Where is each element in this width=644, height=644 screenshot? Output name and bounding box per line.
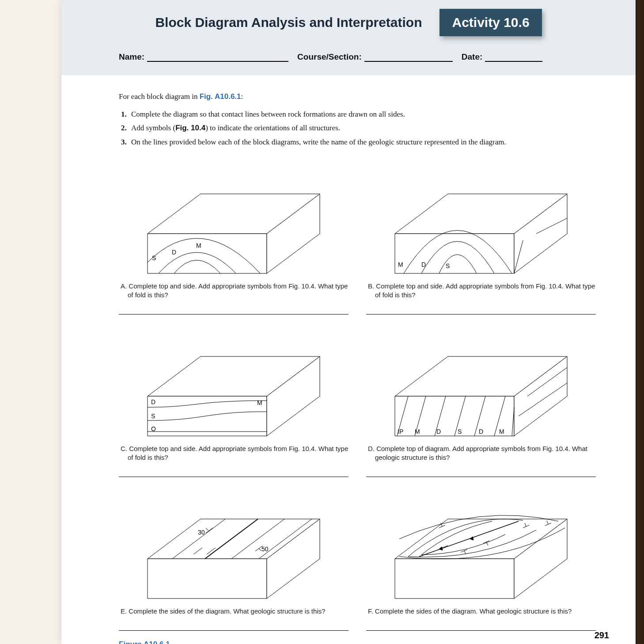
caption-F: F. Complete the sides of the diagram. Wh… <box>373 607 596 616</box>
svg-marker-13 <box>395 396 514 436</box>
caption-D: D. Complete top of diagram. Add appropri… <box>373 444 596 462</box>
book-edge <box>636 0 644 644</box>
instructions-list: Complete the diagram so that contact lin… <box>129 109 596 148</box>
caption-A: A. Complete top and side. Add appropriat… <box>126 282 349 300</box>
diagram-cell-F: F. Complete the sides of the diagram. Wh… <box>366 486 596 631</box>
course-input-line[interactable] <box>364 53 453 62</box>
instruction-2: Add symbols (Fig. 10.4) to indicate the … <box>129 122 596 134</box>
label-D: D <box>172 249 176 256</box>
intro-suffix: : <box>241 92 243 101</box>
diagram-grid: S D M A. Complete top and side. Add appr… <box>119 161 596 631</box>
block-diagram-D: IP M D S D M <box>366 323 596 438</box>
answer-line-C[interactable] <box>119 466 349 477</box>
page-number: 291 <box>595 630 609 640</box>
svg-marker-9 <box>148 396 267 436</box>
name-field[interactable]: Name: <box>119 52 288 62</box>
label-S: S <box>151 413 155 420</box>
answer-line-D[interactable] <box>366 466 596 477</box>
label-50: 50 <box>261 546 269 553</box>
label-M: M <box>196 242 201 249</box>
label-M1: M <box>415 428 420 435</box>
date-label: Date: <box>462 52 483 62</box>
page-title: Block Diagram Analysis and Interpretatio… <box>155 15 422 30</box>
course-field[interactable]: Course/Section: <box>297 52 453 62</box>
label-D: D <box>421 261 426 268</box>
label-M-right: M <box>257 399 262 406</box>
label-M: M <box>398 261 403 268</box>
diagram-cell-D: IP M D S D M D. Complete top of diagram.… <box>366 323 596 477</box>
label-S: S <box>446 262 450 269</box>
activity-badge: Activity 10.6 <box>439 9 542 36</box>
diagram-cell-A: S D M A. Complete top and side. Add appr… <box>119 161 349 314</box>
caption-B: B. Complete top and side. Add appropriat… <box>373 282 596 300</box>
label-M2: M <box>499 428 504 435</box>
intro-prefix: For each block diagram in <box>119 92 200 101</box>
answer-line-F[interactable] <box>366 620 596 631</box>
instruction-1: Complete the diagram so that contact lin… <box>129 109 596 120</box>
svg-marker-25 <box>148 559 267 599</box>
block-diagram-B: M D S <box>366 161 596 276</box>
header: Block Diagram Analysis and Interpretatio… <box>61 0 636 75</box>
worksheet-page: Block Diagram Analysis and Interpretatio… <box>61 0 636 644</box>
name-label: Name: <box>119 52 144 62</box>
svg-marker-4 <box>395 234 514 273</box>
diagram-cell-E: 30 50 E. Complete the sides of the diagr… <box>119 486 349 631</box>
block-diagram-C: D S O M <box>119 323 349 438</box>
answer-line-E[interactable] <box>119 620 349 631</box>
date-field[interactable]: Date: <box>462 52 543 62</box>
date-input-line[interactable] <box>485 53 542 62</box>
figure-label: Figure A10.6.1 <box>119 639 596 644</box>
instr2-bold: Fig. 10.4 <box>175 124 205 132</box>
content: For each block diagram in Fig. A10.6.1: … <box>61 75 636 644</box>
instr2-prefix: Add symbols ( <box>131 124 175 132</box>
label-D: D <box>151 398 155 405</box>
instruction-3: On the lines provided below each of the … <box>129 136 596 148</box>
label-IP: IP <box>398 428 403 435</box>
label-S: S <box>458 428 462 435</box>
course-label: Course/Section: <box>297 52 362 62</box>
label-S: S <box>152 254 156 261</box>
block-diagram-A: S D M <box>119 161 349 276</box>
block-diagram-F <box>366 486 596 601</box>
instr2-suffix: ) to indicate the orientations of all st… <box>205 124 340 132</box>
caption-C: C. Complete top and side. Add appropriat… <box>126 444 349 462</box>
block-diagram-E: 30 50 <box>119 486 349 601</box>
figure-reference: Fig. A10.6.1 <box>200 92 241 101</box>
answer-line-A[interactable] <box>119 304 349 314</box>
diagram-cell-C: D S O M C. Complete top and side. Add ap… <box>119 323 349 477</box>
diagram-cell-B: M D S B. Complete top and side. Add appr… <box>366 161 596 314</box>
label-D1: D <box>436 428 441 435</box>
label-D2: D <box>479 428 483 435</box>
caption-E: E. Complete the sides of the diagram. Wh… <box>126 607 349 616</box>
svg-marker-38 <box>395 559 514 599</box>
svg-marker-1 <box>148 234 267 273</box>
name-input-line[interactable] <box>147 53 288 62</box>
answer-line-B[interactable] <box>366 304 596 314</box>
fields-row: Name: Course/Section: Date: <box>88 52 609 62</box>
label-O: O <box>151 425 156 432</box>
label-30: 30 <box>198 529 205 536</box>
intro-text: For each block diagram in Fig. A10.6.1: <box>119 91 596 102</box>
